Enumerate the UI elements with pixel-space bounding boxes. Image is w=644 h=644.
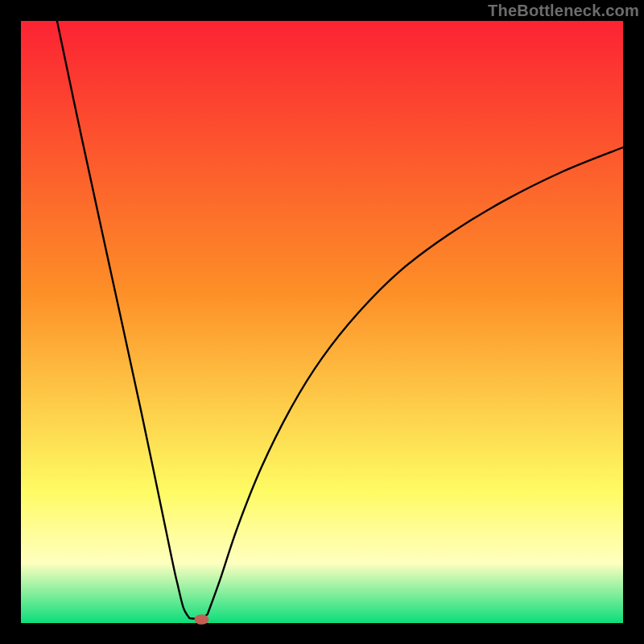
plot-area bbox=[21, 21, 623, 623]
chart-container: TheBottleneck.com bbox=[0, 0, 644, 644]
optimum-marker bbox=[194, 614, 208, 625]
bottleneck-chart bbox=[0, 0, 644, 644]
attribution-label: TheBottleneck.com bbox=[488, 2, 639, 20]
